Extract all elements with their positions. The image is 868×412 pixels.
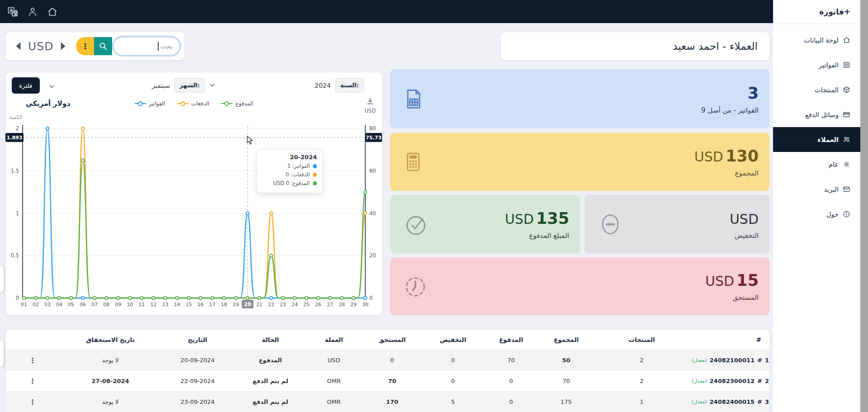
paid-cell: 0 [483,371,539,392]
sidebar-item-dashboard[interactable]: لوحة البيانات [773,28,860,52]
invoices-count-value: 3 [748,84,759,102]
svg-text:04: 04 [56,302,62,308]
app-brand: فاتورة+ [773,0,860,24]
actions-cell: ⋮ [5,350,60,371]
info-icon [843,210,850,218]
svg-text:26: 26 [315,302,321,308]
chart-legend: الفواتيرالدفعاتالمدفوع [134,100,253,107]
translate-icon[interactable]: A [7,6,18,17]
date-cell: 22-09-2024 [161,371,234,392]
paid-cell: 0 [483,392,539,412]
card-paid-amount: USD 135 المبلغ المدفوع [390,195,580,254]
card-invoices-count: 3 الفواتير - من أصل 9 [390,69,769,128]
prev-currency-button[interactable] [13,40,24,52]
column-header-currency: العملة [307,330,361,350]
sidebar-item-mail[interactable]: البريد [773,177,860,202]
svg-text:30: 30 [362,302,368,308]
total-cell: 50 [539,350,593,371]
legend-item[interactable]: الفواتير [134,100,165,107]
year-select[interactable]: 2024 السنة: [315,78,364,93]
status-cell: المدفوع [234,350,307,371]
svg-text:07: 07 [91,302,98,308]
tooltip-row: الدفعات: 0 [263,171,317,178]
column-header-paid: المدفوع [483,330,539,350]
due-cell: 0 [361,350,423,371]
due-date-cell: لا يوجد [60,392,161,412]
user-icon[interactable] [27,6,38,17]
invoice-icon [843,61,850,69]
svg-text:0: 0 [369,295,373,301]
sidebar: فاتورة+ لوحة البياناتالفواتيرالمنتجاتوسا… [773,0,860,412]
download-box[interactable]: USD [364,97,376,114]
line-chart[interactable]: 00.511.520204060800102030405060708091011… [5,72,382,315]
legend-label: المدفوع [236,100,253,107]
svg-text:12: 12 [150,302,156,308]
legend-item[interactable]: المدفوع [221,100,253,107]
legend-label: الفواتير [149,100,165,107]
table-row[interactable]: (معدل)24082100011#12507000USDالمدفوع20-0… [5,350,769,371]
drawer-handle[interactable] [0,266,4,292]
discount-cell: 0 [423,371,483,392]
page-scrollbar[interactable] [860,0,868,412]
paid-cell: 70 [483,350,539,371]
row-actions-button[interactable]: ⋮ [29,377,36,385]
sidebar-item-products[interactable]: المنتجات [773,77,860,102]
home-icon[interactable] [47,6,58,17]
svg-text:17: 17 [209,302,216,308]
actions-cell: ⋮ [5,392,60,412]
currency-label: USD [28,40,53,53]
paid-value: 135 [536,209,569,227]
svg-text:02: 02 [33,302,39,308]
sidebar-item-invoices[interactable]: الفواتير [773,52,860,77]
search-button[interactable] [94,37,112,55]
actions-cell: ⋮ [5,371,60,392]
discount-cell: 0 [423,350,483,371]
invoice-file-icon [402,87,425,111]
sidebar-item-customers[interactable]: العملاء [773,127,860,152]
svg-text:75.73: 75.73 [366,135,382,141]
svg-text:20: 20 [369,252,376,259]
search-input[interactable] [113,37,180,55]
svg-text:19: 19 [233,302,239,308]
download-currency: USD [364,108,376,114]
next-currency-button[interactable] [57,40,69,52]
month-select[interactable]: سبتمبر الشهر: [152,78,215,93]
total-value: 130 [726,147,759,165]
products-cell: 2 [593,350,690,371]
column-header-actions [5,330,60,350]
sidebar-item-label: وسائل الدفع [805,111,839,118]
svg-text:03: 03 [44,302,51,308]
svg-text:14: 14 [174,302,180,308]
sidebar-item-label: عام [829,161,839,168]
left-axis-caption: الكمية [9,114,22,120]
discount-currency: USD [730,211,759,227]
page-title: العملاء - احمد سعيد [673,40,758,52]
more-options-button[interactable]: ⋮ [76,37,94,55]
sidebar-item-payment-methods[interactable]: وسائل الدفع [773,102,860,127]
calculator-icon [402,151,425,173]
sidebar-item-label: الفواتير [819,62,839,69]
column-header-total: المجموع [539,330,593,350]
series-dot [313,173,317,177]
column-header-num: # [690,330,769,350]
total-label: المجموع [694,169,759,177]
clock-icon [402,272,430,300]
row-actions-button[interactable]: ⋮ [29,398,36,406]
row-actions-button[interactable]: ⋮ [29,356,36,365]
filter-button[interactable]: فلترة [12,77,40,94]
sidebar-item-about[interactable]: حول [773,202,860,227]
sidebar-item-general[interactable]: عام [773,152,860,177]
column-header-due: المستحق [361,330,423,350]
legend-item[interactable]: الدفعات [177,100,209,107]
table-row[interactable]: (معدل)24082400015#3117505170OMRلم يتم ال… [5,392,769,412]
due-date-cell: لا يوجد [60,350,161,371]
tooltip-row: الفواتير: 1 [263,163,317,169]
invoices-table: #المنتجاتالمجموعالمدفوعالتخفيضالمستحقالع… [5,330,769,412]
svg-text:1.5: 1.5 [11,168,19,174]
svg-text:23: 23 [280,302,286,308]
table-row[interactable]: (معدل)24082300012#22700070OMRلم يتم الدف… [5,371,769,392]
kebab-icon: ⋮ [81,43,89,50]
card-icon [843,111,850,118]
drawer-handle[interactable] [0,341,4,367]
chevron-down-icon[interactable] [49,84,55,90]
